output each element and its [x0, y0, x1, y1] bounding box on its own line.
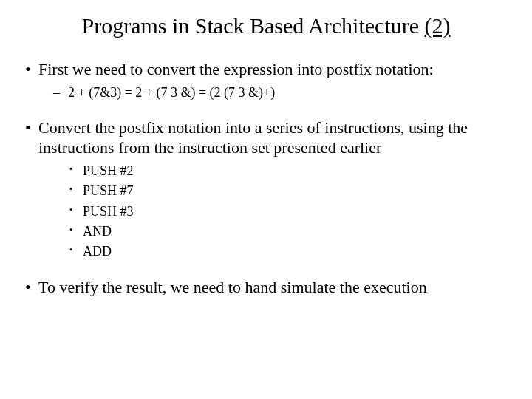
sub-bullet-text: 2 + (7&3) = 2 + (7 3 &) = (2 (7 3 &)+) [68, 85, 275, 100]
instruction-item: PUSH #7 [38, 183, 510, 200]
title-text-underlined: (2) [425, 13, 451, 38]
instruction-item: PUSH #3 [38, 203, 510, 220]
instruction-item: PUSH #2 [38, 163, 510, 180]
bullet-text: To verify the result, we need to hand si… [38, 278, 427, 296]
sub-bullet-list: PUSH #2 PUSH #7 PUSH #3 AND ADD [38, 163, 510, 261]
sub-bullet-list: 2 + (7&3) = 2 + (7 3 &) = (2 (7 3 &)+) [38, 84, 510, 101]
bullet-text: Convert the postfix notation into a seri… [38, 118, 468, 157]
instruction-text: PUSH #3 [83, 204, 134, 219]
sub-bullet-item: 2 + (7&3) = 2 + (7 3 &) = (2 (7 3 &)+) [38, 84, 510, 101]
instruction-text: PUSH #2 [83, 163, 134, 178]
bullet-list: First we need to convert the expression … [22, 59, 510, 297]
bullet-item: To verify the result, we need to hand si… [22, 277, 510, 298]
instruction-text: PUSH #7 [83, 183, 134, 198]
instruction-text: ADD [83, 244, 112, 259]
slide-title: Programs in Stack Based Architecture (2) [22, 13, 510, 38]
instruction-text: AND [83, 224, 112, 239]
slide: Programs in Stack Based Architecture (2)… [0, 0, 532, 399]
instruction-item: ADD [38, 243, 510, 260]
title-text-plain: Programs in Stack Based Architecture [81, 13, 424, 38]
bullet-item: First we need to convert the expression … [22, 59, 510, 101]
bullet-item: Convert the postfix notation into a seri… [22, 117, 510, 261]
instruction-item: AND [38, 223, 510, 240]
bullet-text: First we need to convert the expression … [38, 60, 434, 78]
